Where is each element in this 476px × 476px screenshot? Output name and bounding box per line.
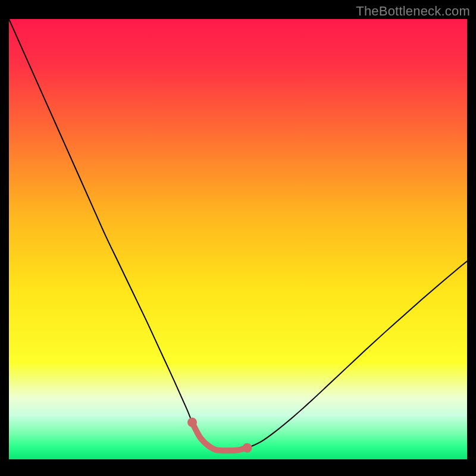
gradient-background	[9, 19, 467, 459]
bottleneck-chart	[0, 0, 476, 476]
chart-container: TheBottleneck.com	[0, 0, 476, 476]
optimal-range-start-marker	[187, 418, 197, 427]
optimal-range-end-marker	[242, 443, 252, 453]
watermark-label: TheBottleneck.com	[356, 4, 470, 19]
